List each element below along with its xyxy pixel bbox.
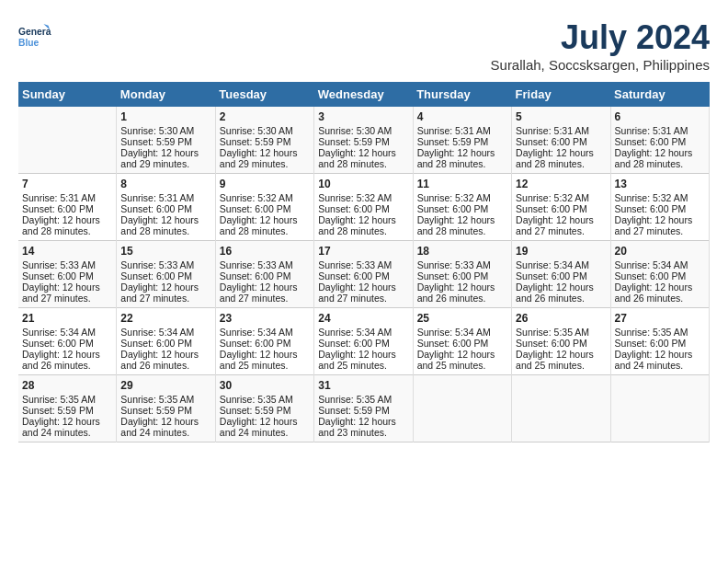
cell-info-line: and 25 minutes. [417, 360, 507, 371]
logo-icon: General Blue [18, 18, 51, 52]
calendar-cell: 12Sunrise: 5:32 AMSunset: 6:00 PMDayligh… [512, 174, 610, 241]
cell-info-line: Daylight: 12 hours [22, 282, 112, 293]
cell-info-line: and 26 minutes. [120, 360, 210, 371]
calendar-cell: 16Sunrise: 5:33 AMSunset: 6:00 PMDayligh… [215, 241, 313, 308]
calendar-cell: 22Sunrise: 5:34 AMSunset: 6:00 PMDayligh… [117, 308, 215, 375]
cell-info-line: Daylight: 12 hours [615, 214, 705, 225]
cell-info-line: and 27 minutes. [318, 293, 408, 304]
day-header-sunday: Sunday [18, 82, 117, 107]
title-section: July 2024 Surallah, Soccsksargen, Philip… [491, 18, 710, 73]
cell-info-line: Daylight: 12 hours [318, 416, 408, 427]
main-title: July 2024 [491, 18, 710, 57]
calendar-cell: 24Sunrise: 5:34 AMSunset: 6:00 PMDayligh… [314, 308, 413, 375]
svg-text:Blue: Blue [18, 38, 40, 48]
day-number: 3 [318, 110, 408, 123]
cell-info-line: and 28 minutes. [615, 158, 705, 169]
cell-info-line: Daylight: 12 hours [22, 349, 112, 360]
calendar-cell: 25Sunrise: 5:34 AMSunset: 6:00 PMDayligh… [413, 308, 511, 375]
page-header: General Blue July 2024 Surallah, Soccsks… [18, 18, 710, 73]
cell-info-line: Daylight: 12 hours [516, 214, 606, 225]
cell-info-line: Daylight: 12 hours [516, 282, 606, 293]
cell-info-line: and 28 minutes. [22, 225, 112, 236]
calendar-cell: 27Sunrise: 5:35 AMSunset: 6:00 PMDayligh… [610, 308, 709, 375]
cell-info-line: Sunrise: 5:31 AM [417, 125, 507, 136]
cell-info-line: Sunset: 6:00 PM [22, 270, 112, 282]
calendar-cell: 14Sunrise: 5:33 AMSunset: 6:00 PMDayligh… [18, 241, 117, 308]
calendar-cell: 21Sunrise: 5:34 AMSunset: 6:00 PMDayligh… [18, 308, 117, 375]
day-header-tuesday: Tuesday [215, 82, 313, 107]
calendar-cell: 31Sunrise: 5:35 AMSunset: 5:59 PMDayligh… [314, 375, 413, 442]
cell-info-line: and 27 minutes. [120, 293, 210, 304]
cell-info-line: Sunrise: 5:31 AM [22, 192, 112, 203]
calendar-cell: 19Sunrise: 5:34 AMSunset: 6:00 PMDayligh… [512, 241, 610, 308]
cell-info-line: Sunset: 6:00 PM [516, 203, 606, 214]
cell-info-line: Sunset: 5:59 PM [220, 136, 310, 147]
cell-info-line: and 26 minutes. [516, 293, 606, 304]
cell-info-line: Sunset: 6:00 PM [318, 338, 408, 349]
calendar-cell: 7Sunrise: 5:31 AMSunset: 6:00 PMDaylight… [18, 174, 117, 241]
calendar-cell: 18Sunrise: 5:33 AMSunset: 6:00 PMDayligh… [413, 241, 511, 308]
cell-info-line: Sunrise: 5:35 AM [220, 394, 310, 405]
day-number: 12 [516, 178, 606, 190]
day-number: 24 [318, 312, 408, 325]
cell-info-line: Sunset: 6:00 PM [516, 270, 606, 282]
cell-info-line: Sunset: 6:00 PM [516, 136, 606, 147]
cell-info-line: Sunset: 6:00 PM [615, 270, 705, 282]
calendar-table: SundayMondayTuesdayWednesdayThursdayFrid… [18, 82, 710, 442]
cell-info-line: Daylight: 12 hours [318, 349, 408, 360]
cell-info-line: Sunset: 5:59 PM [22, 405, 112, 416]
cell-info-line: Sunrise: 5:32 AM [417, 192, 507, 203]
cell-info-line: Sunset: 5:59 PM [318, 405, 408, 416]
cell-info-line: Daylight: 12 hours [120, 282, 210, 293]
calendar-cell [413, 375, 511, 442]
cell-info-line: and 26 minutes. [417, 293, 507, 304]
cell-info-line: Sunset: 6:00 PM [615, 136, 705, 147]
day-number: 20 [615, 245, 705, 258]
day-number: 30 [220, 379, 310, 392]
cell-info-line: Sunrise: 5:35 AM [516, 327, 606, 338]
cell-info-line: Sunset: 6:00 PM [615, 203, 705, 214]
day-number: 1 [120, 110, 210, 123]
day-header-thursday: Thursday [413, 82, 511, 107]
day-number: 17 [318, 245, 408, 258]
cell-info-line: Sunset: 5:59 PM [318, 136, 408, 147]
cell-info-line: and 27 minutes. [516, 225, 606, 236]
day-header-wednesday: Wednesday [314, 82, 413, 107]
cell-info-line: Sunset: 5:59 PM [417, 136, 507, 147]
cell-info-line: Sunset: 6:00 PM [22, 203, 112, 214]
cell-info-line: Sunrise: 5:34 AM [22, 327, 112, 338]
calendar-cell: 23Sunrise: 5:34 AMSunset: 6:00 PMDayligh… [215, 308, 313, 375]
cell-info-line: and 27 minutes. [615, 225, 705, 236]
cell-info-line: Sunrise: 5:34 AM [615, 259, 705, 270]
cell-info-line: and 26 minutes. [615, 293, 705, 304]
cell-info-line: Sunrise: 5:32 AM [615, 192, 705, 203]
calendar-cell: 26Sunrise: 5:35 AMSunset: 6:00 PMDayligh… [512, 308, 610, 375]
week-row-3: 14Sunrise: 5:33 AMSunset: 6:00 PMDayligh… [18, 241, 710, 308]
calendar-cell: 28Sunrise: 5:35 AMSunset: 5:59 PMDayligh… [18, 375, 117, 442]
day-number: 5 [516, 110, 606, 123]
cell-info-line: Sunset: 6:00 PM [120, 338, 210, 349]
calendar-cell: 3Sunrise: 5:30 AMSunset: 5:59 PMDaylight… [314, 107, 413, 174]
days-header-row: SundayMondayTuesdayWednesdayThursdayFrid… [18, 82, 710, 107]
day-header-saturday: Saturday [610, 82, 709, 107]
cell-info-line: and 29 minutes. [120, 158, 210, 169]
week-row-1: 1Sunrise: 5:30 AMSunset: 5:59 PMDaylight… [18, 107, 710, 174]
cell-info-line: Sunset: 6:00 PM [22, 338, 112, 349]
day-number: 27 [615, 312, 705, 325]
day-number: 8 [120, 178, 210, 190]
day-number: 22 [120, 312, 210, 325]
cell-info-line: Sunrise: 5:35 AM [120, 394, 210, 405]
calendar-cell: 11Sunrise: 5:32 AMSunset: 6:00 PMDayligh… [413, 174, 511, 241]
cell-info-line: Daylight: 12 hours [417, 282, 507, 293]
cell-info-line: and 28 minutes. [516, 158, 606, 169]
day-number: 25 [417, 312, 507, 325]
week-row-4: 21Sunrise: 5:34 AMSunset: 6:00 PMDayligh… [18, 308, 710, 375]
day-number: 28 [22, 379, 112, 392]
cell-info-line: Daylight: 12 hours [220, 282, 310, 293]
cell-info-line: Daylight: 12 hours [516, 147, 606, 158]
day-number: 21 [22, 312, 112, 325]
day-number: 9 [220, 178, 310, 190]
cell-info-line: Sunrise: 5:34 AM [120, 327, 210, 338]
day-number: 16 [220, 245, 310, 258]
cell-info-line: and 24 minutes. [120, 427, 210, 438]
